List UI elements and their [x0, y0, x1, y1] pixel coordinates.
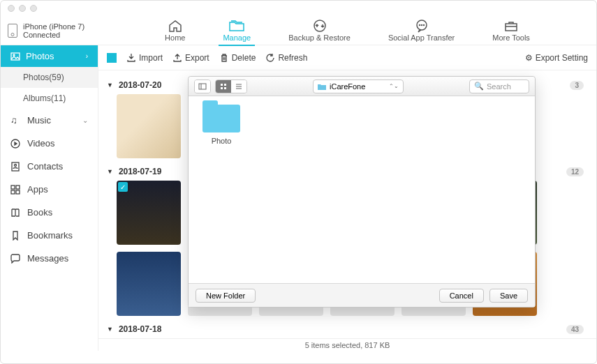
sidebar: Photos › Photos(59) Albums(11) ♫Music⌄ V…: [1, 45, 98, 351]
delete-button[interactable]: Delete: [219, 53, 256, 63]
photo-thumb[interactable]: [117, 181, 181, 245]
count-badge: 43: [566, 325, 584, 334]
search-icon: 🔍: [474, 82, 484, 91]
location-dropdown[interactable]: iCareFone ⌃⌄: [313, 79, 404, 93]
photo-thumb[interactable]: [117, 252, 181, 316]
chevron-down-icon: ⌄: [82, 116, 88, 124]
dialog-footer: New Folder Cancel Save: [189, 283, 535, 307]
export-setting-button[interactable]: ⚙Export Setting: [525, 53, 588, 63]
music-icon: ♫: [10, 115, 22, 126]
tab-tools[interactable]: More Tools: [488, 15, 534, 46]
sidebar-sub-albums[interactable]: Albums(11): [1, 88, 98, 109]
refresh-button[interactable]: Refresh: [265, 53, 307, 63]
book-icon: [10, 208, 22, 218]
import-button[interactable]: Import: [126, 53, 163, 63]
save-button[interactable]: Save: [489, 289, 528, 303]
count-badge: 3: [570, 81, 584, 90]
dialog-body[interactable]: Photo: [189, 96, 535, 283]
sidebar-item-messages[interactable]: Messages: [1, 247, 98, 270]
svg-point-4: [423, 24, 424, 25]
svg-rect-19: [221, 87, 223, 89]
triangle-down-icon: ▼: [107, 82, 113, 89]
header: iPhone (iPhone 7) Connected Home Manage …: [1, 16, 596, 45]
save-dialog: iCareFone ⌃⌄ 🔍 Search Photo New Folder C…: [188, 76, 536, 308]
icon-view-icon[interactable]: [216, 80, 231, 93]
group-header-2[interactable]: ▼2018-07-1843: [107, 324, 588, 334]
sidebar-photos-label: Photos: [26, 51, 54, 61]
sidebar-sub-photos[interactable]: Photos(59): [1, 67, 98, 88]
tab-social-label: Social App Transfer: [388, 33, 455, 42]
photo-thumb[interactable]: [117, 94, 181, 158]
device-status: Connected: [23, 31, 84, 39]
phone-icon: [8, 24, 17, 38]
device-info: iPhone (iPhone 7) Connected: [1, 22, 98, 39]
gear-icon: ⚙: [525, 53, 533, 63]
nav-tabs: Home Manage Backup & Restore Social App …: [98, 15, 596, 46]
apps-icon: [10, 185, 22, 195]
tab-home-label: Home: [165, 33, 185, 42]
svg-rect-5: [506, 24, 517, 31]
tab-manage[interactable]: Manage: [219, 15, 255, 46]
updown-icon: ⌃⌄: [389, 83, 399, 89]
zoom-dot[interactable]: [30, 5, 37, 12]
folder-small-icon: [318, 83, 326, 90]
svg-point-2: [419, 24, 420, 25]
sidebar-item-books[interactable]: Books: [1, 201, 98, 224]
svg-rect-11: [11, 185, 15, 189]
triangle-down-icon: ▼: [107, 168, 113, 175]
cancel-button[interactable]: Cancel: [439, 289, 484, 303]
play-icon: [10, 139, 22, 149]
folder-large-icon: [202, 105, 240, 132]
status-bar: 5 items selected, 817 KB: [98, 338, 596, 351]
svg-point-7: [13, 54, 15, 56]
tab-manage-label: Manage: [223, 33, 251, 42]
svg-point-10: [15, 164, 17, 166]
list-view-icon[interactable]: [231, 80, 246, 93]
sidebar-item-music[interactable]: ♫Music⌄: [1, 109, 98, 132]
tab-backup[interactable]: Backup & Restore: [284, 15, 355, 46]
tab-home[interactable]: Home: [161, 15, 189, 46]
svg-rect-15: [199, 84, 206, 89]
close-dot[interactable]: [8, 5, 15, 12]
chevron-right-icon: ›: [86, 52, 88, 60]
folder-item[interactable]: Photo: [197, 105, 246, 145]
svg-rect-20: [224, 87, 226, 89]
sidebar-item-contacts[interactable]: Contacts: [1, 155, 98, 178]
message-icon: [10, 254, 22, 264]
svg-rect-12: [16, 185, 20, 189]
svg-rect-6: [11, 53, 20, 60]
toolbar: Import Export Delete Refresh ⚙Export Set…: [98, 45, 596, 70]
sidebar-toggle-icon[interactable]: [195, 80, 210, 93]
toolbox-icon: [504, 18, 518, 33]
tab-backup-label: Backup & Restore: [288, 33, 351, 42]
svg-rect-18: [224, 84, 226, 86]
view-seg-nav[interactable]: [194, 79, 211, 93]
contacts-icon: [10, 162, 22, 172]
tab-tools-label: More Tools: [492, 33, 530, 42]
minimize-dot[interactable]: [19, 5, 26, 12]
sidebar-item-videos[interactable]: Videos: [1, 132, 98, 155]
photo-icon: [10, 52, 20, 61]
dialog-toolbar: iCareFone ⌃⌄ 🔍 Search: [189, 77, 535, 96]
tab-social[interactable]: Social App Transfer: [384, 15, 459, 46]
bookmark-icon: [10, 231, 22, 241]
sidebar-item-bookmarks[interactable]: Bookmarks: [1, 224, 98, 247]
home-icon: [168, 18, 182, 33]
new-folder-button[interactable]: New Folder: [196, 289, 256, 303]
svg-point-3: [421, 24, 422, 25]
sidebar-item-apps[interactable]: Apps: [1, 178, 98, 201]
svg-rect-17: [221, 84, 223, 86]
view-seg-mode[interactable]: [215, 79, 247, 93]
svg-rect-13: [11, 190, 15, 194]
count-badge: 12: [566, 167, 584, 176]
sidebar-photos-header[interactable]: Photos ›: [1, 45, 98, 67]
window-titlebar: [1, 1, 596, 16]
device-name: iPhone (iPhone 7): [23, 22, 84, 31]
search-field[interactable]: 🔍 Search: [469, 79, 529, 93]
chat-icon: [415, 18, 429, 33]
triangle-down-icon: ▼: [107, 326, 113, 333]
svg-rect-14: [16, 190, 20, 194]
export-button[interactable]: Export: [172, 53, 209, 63]
select-all-checkbox[interactable]: [107, 53, 117, 63]
backup-icon: [313, 18, 327, 33]
